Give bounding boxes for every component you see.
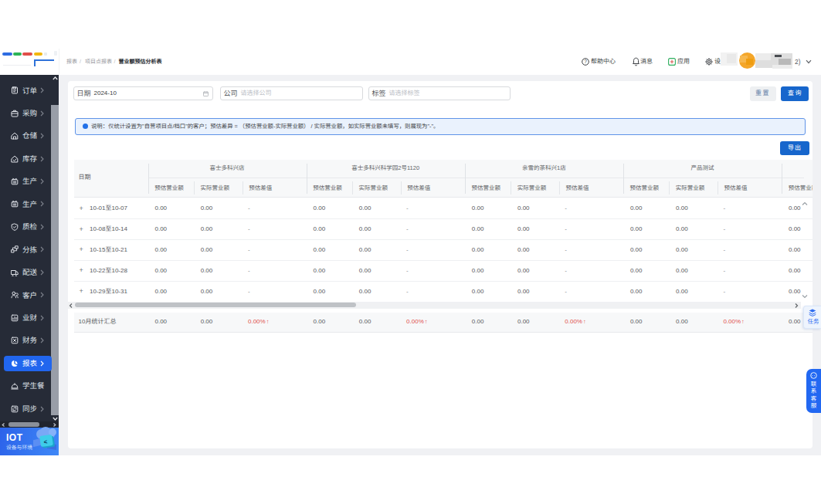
svg-text:?: ? <box>584 59 587 64</box>
